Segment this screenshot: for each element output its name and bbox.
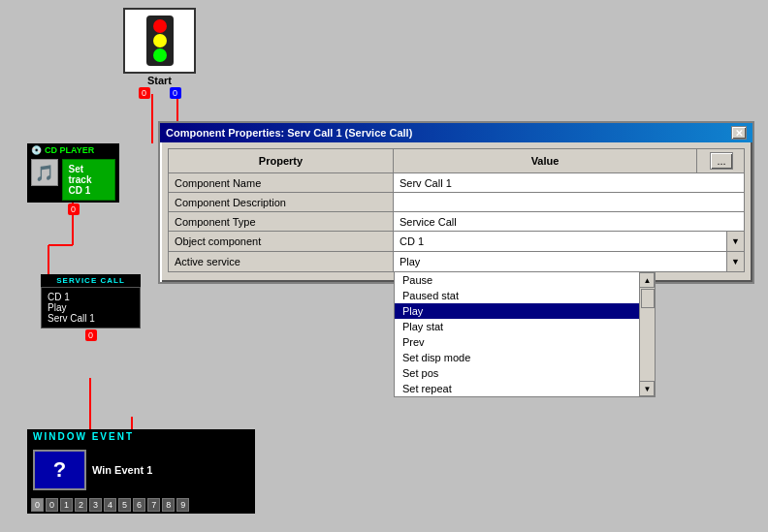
scroll-track — [640, 288, 654, 381]
dropdown-scrollbar: ▲ ▼ — [639, 272, 655, 396]
sc-line1: CD 1 — [48, 292, 134, 302]
table-row: Component Type Service Call — [169, 212, 745, 232]
tab-7[interactable]: 7 — [147, 498, 160, 512]
cd-player-label: CD PLAYER — [45, 145, 94, 155]
properties-table: Property Value ... Component Name Serv C… — [168, 148, 745, 272]
prop-active-service-label: Active service — [169, 252, 394, 272]
active-service-dropdown[interactable]: Pause Paused stat Play Play stat Prev Se… — [394, 271, 656, 397]
tab-8[interactable]: 8 — [162, 498, 175, 512]
dropdown-item-play-stat[interactable]: Play stat — [395, 319, 639, 334]
misc-button[interactable]: ... — [710, 152, 732, 170]
dropdown-item-paused-stat[interactable]: Paused stat — [395, 288, 639, 303]
sc-body: CD 1 Play Serv Call 1 — [41, 287, 141, 329]
cd-art-icon: 🎵 — [31, 159, 58, 186]
we-question-icon: ? — [33, 450, 86, 490]
dialog-titlebar: Component Properties: Serv Call 1 (Servi… — [160, 123, 752, 142]
dropdown-items-list: Pause Paused stat Play Play stat Prev Se… — [395, 272, 639, 396]
sc-line2: Play — [48, 302, 134, 313]
start-dot-red: 0 — [139, 87, 150, 99]
table-row: Component Description — [169, 193, 745, 212]
we-label: Win Event 1 — [92, 464, 152, 476]
table-row: Object component CD 1 ▼ — [169, 232, 745, 252]
window-event-node: WINDOW EVENT ? Win Event 1 0 0 1 2 3 4 5… — [27, 429, 255, 514]
service-call-node: SERVICE CALL CD 1 Play Serv Call 1 0 — [41, 274, 141, 341]
tab-0[interactable]: 0 — [31, 498, 44, 512]
prop-component-desc-value[interactable] — [393, 193, 744, 212]
tab-0b[interactable]: 0 — [46, 498, 58, 512]
prop-component-name-value[interactable]: Serv Call 1 — [393, 173, 744, 193]
canvas: Start 0 0 💿 CD PLAYER 🎵 Set track CD 1 0… — [0, 0, 768, 532]
dropdown-item-play[interactable]: Play — [395, 303, 639, 319]
prop-component-type-value[interactable]: Service Call — [393, 212, 744, 232]
cd-player-node: 💿 CD PLAYER 🎵 Set track CD 1 0 — [27, 143, 119, 215]
dropdown-item-set-pos[interactable]: Set pos — [395, 365, 639, 381]
dropdown-item-set-disp-mode[interactable]: Set disp mode — [395, 350, 639, 365]
dialog-title: Component Properties: Serv Call 1 (Servi… — [166, 127, 412, 139]
we-bottom-bar: 0 0 1 2 3 4 5 6 7 8 9 — [27, 496, 255, 514]
prop-object-component-value[interactable]: CD 1 ▼ — [393, 232, 744, 252]
col-value-header: Value — [393, 149, 696, 173]
cd-player-icon: 💿 — [31, 145, 42, 155]
prop-component-desc-label: Component Description — [169, 193, 394, 212]
start-dot-blue: 0 — [170, 87, 181, 99]
dropdown-item-prev[interactable]: Prev — [395, 334, 639, 350]
prop-active-service-value[interactable]: Play ▼ Pause Paused stat Play Play stat — [393, 252, 744, 272]
start-box — [123, 8, 196, 74]
start-label: Start — [123, 75, 196, 86]
sc-header: SERVICE CALL — [41, 274, 141, 287]
scroll-thumb — [641, 289, 655, 308]
component-properties-dialog: Component Properties: Serv Call 1 (Servi… — [158, 121, 754, 284]
tab-5[interactable]: 5 — [118, 498, 131, 512]
green-light — [153, 48, 167, 62]
cd-line2: CD 1 — [69, 185, 109, 196]
col-property-header: Property — [169, 149, 394, 173]
table-row: Component Name Serv Call 1 — [169, 173, 745, 193]
yellow-light — [153, 34, 167, 47]
prop-object-component-label: Object component — [169, 232, 394, 252]
sc-line3: Serv Call 1 — [48, 313, 134, 324]
object-component-dropdown-arrow[interactable]: ▼ — [726, 232, 744, 251]
cd-body: Set track CD 1 — [62, 159, 115, 201]
dialog-close-button[interactable]: ✕ — [731, 126, 747, 140]
start-node: Start 0 0 — [123, 8, 196, 99]
tab-2[interactable]: 2 — [75, 498, 87, 512]
cd-line1: Set track — [69, 164, 109, 185]
active-service-dropdown-arrow[interactable]: ▼ — [726, 252, 744, 271]
scroll-up-arrow[interactable]: ▲ — [639, 272, 655, 288]
red-light — [153, 19, 167, 33]
prop-component-type-label: Component Type — [169, 212, 394, 232]
dialog-content: Property Value ... Component Name Serv C… — [160, 142, 752, 282]
we-body: ? Win Event 1 — [27, 444, 255, 496]
dropdown-item-pause[interactable]: Pause — [395, 272, 639, 288]
table-row: Active service Play ▼ Pause Paused stat — [169, 252, 745, 272]
tab-6[interactable]: 6 — [133, 498, 145, 512]
sc-dot: 0 — [85, 329, 97, 341]
tab-1[interactable]: 1 — [60, 498, 73, 512]
scroll-down-arrow[interactable]: ▼ — [639, 381, 655, 396]
prop-component-name-label: Component Name — [169, 173, 394, 193]
dropdown-item-set-repeat[interactable]: Set repeat — [395, 381, 639, 396]
traffic-light-icon — [146, 16, 174, 66]
we-header: WINDOW EVENT — [27, 429, 255, 444]
tab-4[interactable]: 4 — [104, 498, 116, 512]
tab-3[interactable]: 3 — [89, 498, 102, 512]
cd-dot: 0 — [68, 203, 80, 215]
cd-player-header: 💿 CD PLAYER — [27, 143, 119, 157]
tab-9[interactable]: 9 — [176, 498, 189, 512]
